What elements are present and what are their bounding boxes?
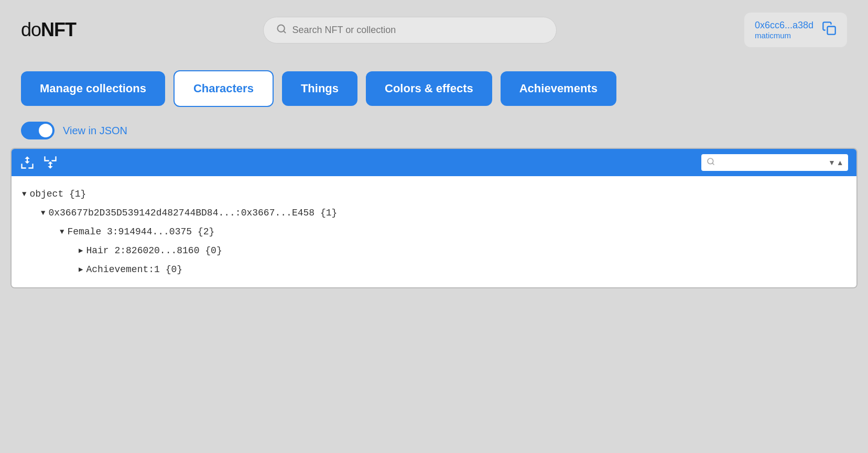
svg-line-4 [712,163,714,165]
nav-btn-achievements[interactable]: Achievements [501,71,616,106]
json-row-1: 0x36677b2D35D539142d482744BD84...:0x3667… [22,203,846,222]
json-search-input[interactable] [719,158,824,167]
json-triangle-4[interactable] [79,262,83,277]
json-toggle[interactable] [21,122,55,139]
json-search-prev[interactable]: ▼ [828,158,836,167]
json-triangle-0[interactable] [22,187,26,201]
nav-section: Manage collectionsCharactersThingsColors… [0,60,868,107]
wallet-username: maticmum [755,31,813,40]
toggle-section: View in JSON [0,107,868,148]
toggle-label: View in JSON [63,125,127,137]
search-input[interactable] [292,25,544,36]
json-text-3: Hair 2:826020...8160 {0} [86,241,222,260]
nav-btn-colors[interactable]: Colors & effects [366,71,492,106]
json-toolbar: ▼ ▲ [12,149,856,176]
json-triangle-1[interactable] [41,206,45,220]
expand-all-button[interactable] [20,155,35,170]
svg-rect-2 [827,27,835,35]
json-search-icon [707,157,715,168]
json-row-2: Female 3:914944...0375 {2} [22,222,846,241]
json-search-bar[interactable]: ▼ ▲ [701,154,848,171]
nav-btn-manage[interactable]: Manage collections [21,71,165,106]
logo-nft: NFT [41,19,76,40]
json-row-4: Achievement:1 {0} [22,260,846,279]
json-triangle-2[interactable] [60,224,64,239]
json-search-controls: ▼ ▲ [828,158,844,167]
json-row-0: object {1} [22,185,846,203]
json-text-4: Achievement:1 {0} [86,260,182,279]
wallet-info: 0x6cc6...a38d maticmum [755,20,813,40]
logo: doNFT [21,19,76,41]
wallet-area: 0x6cc6...a38d maticmum [744,13,847,47]
json-viewer: ▼ ▲ object {1} 0x36677b2D35D539142d48274… [10,148,858,288]
header: doNFT 0x6cc6...a38d maticmum [0,0,868,60]
search-bar[interactable] [263,17,557,44]
logo-do: do [21,19,41,40]
json-text-0: object {1} [29,185,86,203]
json-row-3: Hair 2:826020...8160 {0} [22,241,846,260]
wallet-address: 0x6cc6...a38d [755,20,813,31]
collapse-all-button[interactable] [43,155,58,170]
copy-icon[interactable] [822,21,837,39]
json-text-1: 0x36677b2D35D539142d482744BD84...:0x3667… [48,203,337,222]
nav-btn-characters[interactable]: Characters [173,70,274,107]
search-icon [276,24,287,37]
json-triangle-3[interactable] [79,243,83,258]
svg-line-1 [284,30,286,33]
json-content: object {1} 0x36677b2D35D539142d482744BD8… [12,176,856,287]
nav-btn-things[interactable]: Things [282,71,357,106]
json-text-2: Female 3:914944...0375 {2} [67,222,214,241]
json-search-next[interactable]: ▲ [837,158,844,167]
